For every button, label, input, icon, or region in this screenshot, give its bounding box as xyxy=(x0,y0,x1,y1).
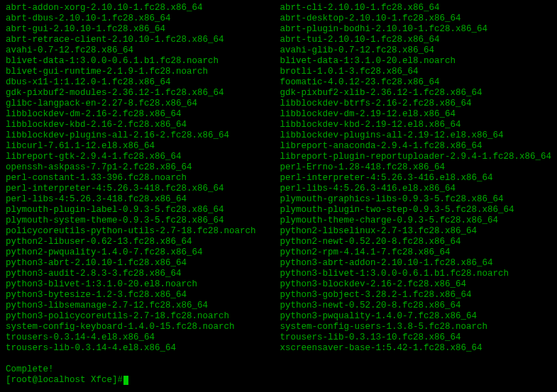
package-columns: abrt-addon-xorg-2.10.10-1.fc28.x86_64 ab… xyxy=(6,3,551,354)
package-column-right: abrt-cli-2.10.10-1.fc28.x86_64 abrt-desk… xyxy=(280,3,551,354)
package-entry: python3-libsemanage-2.7-12.fc28.x86_64 xyxy=(6,301,280,311)
package-entry: libcurl-7.61.1-12.el8.x86_64 xyxy=(6,141,280,152)
package-entry: python3-pwquality-1.4.0-7.fc28.x86_64 xyxy=(280,311,551,322)
package-entry: python3-blivet-1:3.0.0-0.6.1.b1.fc28.noa… xyxy=(280,269,551,279)
package-entry: blivet-gui-runtime-2.1.9-1.fc28.noarch xyxy=(6,67,280,77)
package-entry: gdk-pixbuf2-xlib-2.36.12-1.fc28.x86_64 xyxy=(280,88,551,99)
blank-line xyxy=(6,354,551,364)
package-entry: python2-newt-0.52.20-8.fc28.x86_64 xyxy=(280,237,551,247)
package-entry: abrt-retrace-client-2.10.10-1.fc28.x86_6… xyxy=(6,35,280,45)
package-entry: libblockdev-dm-2.19-12.el8.x86_64 xyxy=(280,109,551,120)
package-entry: policycoreutils-python-utils-2.7-18.fc28… xyxy=(6,226,280,237)
package-entry: plymouth-graphics-libs-0.9.3-5.fc28.x86_… xyxy=(280,194,551,205)
package-entry: libreport-plugin-reportuploader-2.9.4-1.… xyxy=(280,152,551,162)
package-entry: abrt-dbus-2.10.10-1.fc28.x86_64 xyxy=(6,13,280,24)
package-entry: trousers-lib-0.3.13-10.fc28.x86_64 xyxy=(280,332,551,343)
package-column-left: abrt-addon-xorg-2.10.10-1.fc28.x86_64 ab… xyxy=(6,3,280,354)
package-entry: python3-newt-0.52.20-8.fc28.x86_64 xyxy=(280,301,551,311)
package-entry: abrt-gui-2.10.10-1.fc28.x86_64 xyxy=(6,24,280,35)
package-entry: openssh-askpass-7.7p1-2.fc28.x86_64 xyxy=(6,162,280,173)
package-entry: plymouth-plugin-two-step-0.9.3-5.fc28.x8… xyxy=(280,205,551,215)
terminal-output[interactable]: abrt-addon-xorg-2.10.10-1.fc28.x86_64 ab… xyxy=(6,3,551,386)
package-entry: avahi-glib-0.7-12.fc28.x86_64 xyxy=(280,45,551,56)
package-entry: libblockdev-plugins-all-2.19-12.el8.x86_… xyxy=(280,130,551,141)
package-entry: python3-audit-2.8.3-3.fc28.x86_64 xyxy=(6,269,280,279)
package-entry: plymouth-system-theme-0.9.3-5.fc28.x86_6… xyxy=(6,215,280,226)
package-entry: glibc-langpack-en-2.27-8.fc28.x86_64 xyxy=(6,99,280,109)
package-entry: python3-policycoreutils-2.7-18.fc28.noar… xyxy=(6,311,280,322)
package-entry: python2-pwquality-1.4.0-7.fc28.x86_64 xyxy=(6,247,280,258)
package-entry: libblockdev-plugins-all-2.16-2.fc28.x86_… xyxy=(6,130,280,141)
package-entry: blivet-data-1:3.1.0-20.el8.noarch xyxy=(280,56,551,67)
shell-prompt-line[interactable]: [root@localhost Xfce]# xyxy=(6,375,551,386)
package-entry: xscreensaver-base-1:5.42-1.fc28.x86_64 xyxy=(280,343,551,354)
package-entry: abrt-cli-2.10.10-1.fc28.x86_64 xyxy=(280,3,551,13)
package-entry: python3-blockdev-2.16-2.fc28.x86_64 xyxy=(280,279,551,290)
package-entry: libreport-anaconda-2.9.4-1.fc28.x86_64 xyxy=(280,141,551,152)
complete-message: Complete! xyxy=(6,364,551,375)
package-entry: system-config-keyboard-1.4.0-15.fc28.noa… xyxy=(6,322,280,332)
package-entry: libblockdev-btrfs-2.16-2.fc28.x86_64 xyxy=(280,99,551,109)
package-entry: perl-Errno-1.28-418.fc28.x86_64 xyxy=(280,162,551,173)
package-entry: libblockdev-dm-2.16-2.fc28.x86_64 xyxy=(6,109,280,120)
package-entry: python2-rpm-4.14.1-7.fc28.x86_64 xyxy=(280,247,551,258)
package-entry: perl-interpreter-4:5.26.3-416.el8.x86_64 xyxy=(280,173,551,184)
package-entry: python3-blivet-1:3.1.0-20.el8.noarch xyxy=(6,279,280,290)
package-entry: python3-gobject-3.28.2-1.fc28.x86_64 xyxy=(280,290,551,301)
package-entry: python3-abrt-2.10.10-1.fc28.x86_64 xyxy=(6,258,280,269)
package-entry: perl-interpreter-4:5.26.3-418.fc28.x86_6… xyxy=(6,184,280,194)
package-entry: system-config-users-1.3.8-5.fc28.noarch xyxy=(280,322,551,332)
package-entry: gdk-pixbuf2-modules-2.36.12-1.fc28.x86_6… xyxy=(6,88,280,99)
package-entry: trousers-lib-0.3.14-4.el8.x86_64 xyxy=(6,343,280,354)
package-entry: abrt-tui-2.10.10-1.fc28.x86_64 xyxy=(280,35,551,45)
package-entry: python2-libuser-0.62-13.fc28.x86_64 xyxy=(6,237,280,247)
package-entry: trousers-0.3.14-4.el8.x86_64 xyxy=(6,332,280,343)
package-entry: dbus-x11-1:1.12.0-1.fc28.x86_64 xyxy=(6,77,280,88)
package-entry: plymouth-theme-charge-0.9.3-5.fc28.x86_6… xyxy=(280,215,551,226)
package-entry: python3-abrt-addon-2.10.10-1.fc28.x86_64 xyxy=(280,258,551,269)
package-entry: foomatic-4.0.12-23.fc28.x86_64 xyxy=(280,77,551,88)
package-entry: blivet-data-1:3.0.0-0.6.1.b1.fc28.noarch xyxy=(6,56,280,67)
package-entry: abrt-addon-xorg-2.10.10-1.fc28.x86_64 xyxy=(6,3,280,13)
package-entry: libblockdev-kbd-2.16-2.fc28.x86_64 xyxy=(6,120,280,130)
cursor-icon xyxy=(123,376,128,385)
package-entry: libblockdev-kbd-2.19-12.el8.x86_64 xyxy=(280,120,551,130)
package-entry: brotli-1.0.1-3.fc28.x86_64 xyxy=(280,67,551,77)
package-entry: python2-libselinux-2.7-13.fc28.x86_64 xyxy=(280,226,551,237)
package-entry: python3-bytesize-1.2-3.fc28.x86_64 xyxy=(6,290,280,301)
package-entry: libreport-gtk-2.9.4-1.fc28.x86_64 xyxy=(6,152,280,162)
package-entry: abrt-plugin-bodhi-2.10.10-1.fc28.x86_64 xyxy=(280,24,551,35)
package-entry: avahi-0.7-12.fc28.x86_64 xyxy=(6,45,280,56)
package-entry: perl-constant-1.33-396.fc28.noarch xyxy=(6,173,280,184)
package-entry: plymouth-plugin-label-0.9.3-5.fc28.x86_6… xyxy=(6,205,280,215)
package-entry: perl-libs-4:5.26.3-416.el8.x86_64 xyxy=(280,184,551,194)
package-entry: perl-libs-4:5.26.3-418.fc28.x86_64 xyxy=(6,194,280,205)
package-entry: abrt-desktop-2.10.10-1.fc28.x86_64 xyxy=(280,13,551,24)
shell-prompt: [root@localhost Xfce]# xyxy=(6,375,123,386)
